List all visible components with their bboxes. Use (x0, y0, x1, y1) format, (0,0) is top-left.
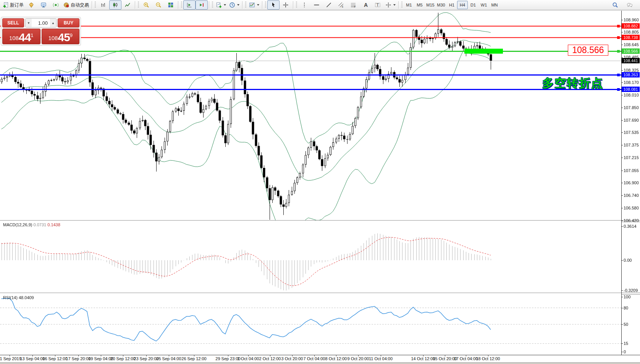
time-axis-label: 9 Oct 20:00 (347, 356, 369, 361)
toolbar-separator (209, 1, 210, 9)
toolbar-separator (262, 1, 263, 9)
macd-canvas[interactable] (0, 222, 622, 293)
timeframe-mn[interactable]: MN (489, 1, 500, 9)
cursor-button[interactable] (267, 0, 280, 10)
indicators-button[interactable] (247, 0, 261, 10)
fibonacci-button[interactable]: F (347, 0, 359, 10)
label-icon: T (375, 2, 381, 8)
axis-tick (621, 226, 623, 227)
trendline-button[interactable] (323, 0, 335, 10)
new-chart-button[interactable] (214, 0, 228, 10)
axis-tick-label: 106.740 (624, 193, 639, 198)
volume-up-button[interactable]: ▲ (50, 19, 56, 27)
price-badge-support-2: 108.081 (622, 87, 640, 92)
axis-tick-label: 107.375 (624, 143, 639, 147)
trendline-icon (326, 2, 332, 8)
volume-down-button[interactable]: ▼ (26, 19, 32, 27)
zoom-out-button[interactable] (152, 0, 165, 10)
rsi-axis-label: 80 (624, 306, 628, 310)
axis-tick-label: 107.215 (624, 155, 639, 160)
axis-tick-label: 108.960 (624, 18, 639, 22)
dropdown-caret-icon[interactable] (237, 4, 239, 6)
time-axis[interactable]: 11 Sep 201913 Sep 04:0016 Sep 12:0017 Se… (0, 355, 640, 362)
timeframe-h4[interactable]: H4 (457, 1, 468, 9)
chat-icon (627, 2, 633, 8)
signals-button[interactable] (50, 0, 62, 10)
channel-button[interactable]: E (335, 0, 347, 10)
dropdown-caret-icon[interactable] (393, 4, 396, 6)
buy-button[interactable]: BUY (58, 18, 79, 27)
axis-tick (621, 132, 623, 133)
axis-tick-label: 108.645 (624, 42, 639, 47)
sell-button[interactable]: SELL (2, 18, 24, 27)
price-chart-canvas[interactable] (0, 11, 622, 220)
volume-stepper: ▼ 1.00 ▲ (25, 18, 57, 27)
toolbar-grip (245, 2, 246, 8)
rsi-canvas[interactable] (0, 294, 622, 355)
zoom-in-button[interactable] (140, 0, 152, 10)
buy-pips: 45 (58, 32, 69, 43)
time-axis-label: 17 Oct 04:00 (454, 356, 478, 361)
timeframe-h1[interactable]: H1 (446, 1, 457, 9)
time-axis-label: 7 Oct 04:00 (304, 356, 325, 361)
timeframe-m15[interactable]: M15 (425, 1, 436, 9)
signal-icon (53, 2, 59, 8)
buy-price-button[interactable]: 108459 (42, 29, 80, 44)
svg-text:T: T (377, 3, 379, 7)
time-axis-label: 2 Oct 12:00 (259, 356, 281, 361)
volume-input[interactable]: 1.00 (32, 19, 50, 27)
dropdown-caret-icon[interactable] (257, 4, 259, 6)
hline-button[interactable] (310, 0, 323, 10)
arrows-icon (385, 2, 391, 8)
autotrade-icon (63, 2, 69, 8)
candlestick-button[interactable] (109, 0, 121, 10)
vline-button[interactable] (298, 0, 310, 10)
crosshair-button[interactable] (280, 0, 292, 10)
time-axis-label: 19 Sep 04:00 (88, 356, 113, 361)
arrows-button[interactable] (384, 0, 397, 10)
tile-windows-button[interactable] (165, 0, 177, 10)
sell-price-button[interactable]: 108441 (2, 29, 40, 44)
line-chart-button[interactable] (121, 0, 134, 10)
chat-button[interactable] (624, 0, 636, 10)
autotrade-button[interactable]: 自动交易 (62, 0, 91, 10)
time-axis-label: 11 Sep 2019 (0, 356, 21, 361)
profiles-button[interactable] (228, 0, 241, 10)
toolbar-grip (265, 2, 266, 8)
tile-windows-icon (168, 2, 174, 8)
svg-text:F: F (354, 5, 356, 8)
time-axis-label: 8 Oct 12:00 (325, 356, 347, 361)
axis-tick (621, 145, 623, 145)
clock-icon (229, 2, 235, 8)
rsi-axis-label: 50 (624, 322, 628, 327)
navigator-button[interactable] (25, 0, 37, 10)
terminal-button[interactable] (37, 0, 50, 10)
macd-label: MACD(12,26,9) 0.0731 0.1438 (3, 222, 60, 227)
timeframe-d1[interactable]: D1 (468, 1, 478, 9)
search-button[interactable] (609, 0, 621, 10)
timeframe-m5[interactable]: M5 (414, 1, 425, 9)
auto-scroll-button[interactable] (183, 0, 196, 10)
dropdown-caret-icon[interactable] (224, 4, 226, 6)
axis-tick (621, 171, 623, 171)
axis-tick (621, 297, 623, 297)
autotrade-button-label: 自动交易 (71, 2, 89, 8)
window-bottom-edge (0, 362, 640, 364)
timeframe-m1[interactable]: M1 (404, 1, 414, 9)
chart-shift-button[interactable] (196, 0, 208, 10)
timeframe-m30[interactable]: M30 (436, 1, 446, 9)
label-button[interactable]: T (372, 0, 384, 10)
new-order-button[interactable]: 新订单 (1, 0, 25, 10)
text-button[interactable]: A (359, 0, 372, 10)
price-level-annotation[interactable]: 108.566 (568, 45, 608, 56)
timeframe-w1[interactable]: W1 (478, 1, 489, 9)
axis-tick (621, 57, 623, 58)
fibonacci-icon: F (350, 2, 356, 8)
bar-chart-button[interactable] (97, 0, 109, 10)
hline-icon (314, 2, 320, 8)
sell-pips: 44 (19, 32, 31, 43)
sell-pipette: 1 (31, 29, 33, 42)
axis-tick-label: 106.580 (624, 206, 639, 210)
time-axis-label: 25 Sep 04:00 (156, 356, 181, 361)
axis-tick-label: 106.420 (624, 218, 639, 223)
